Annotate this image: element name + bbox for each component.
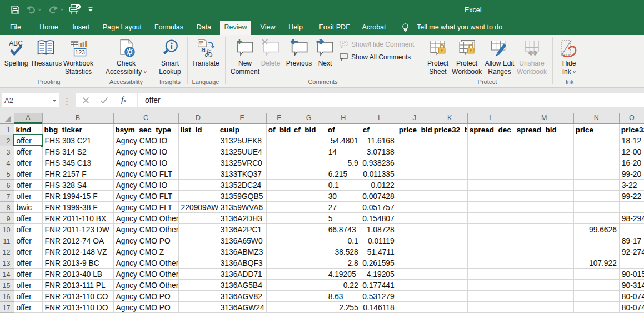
- svg-text:123: 123: [75, 49, 85, 56]
- svg-text:あ: あ: [204, 48, 213, 57]
